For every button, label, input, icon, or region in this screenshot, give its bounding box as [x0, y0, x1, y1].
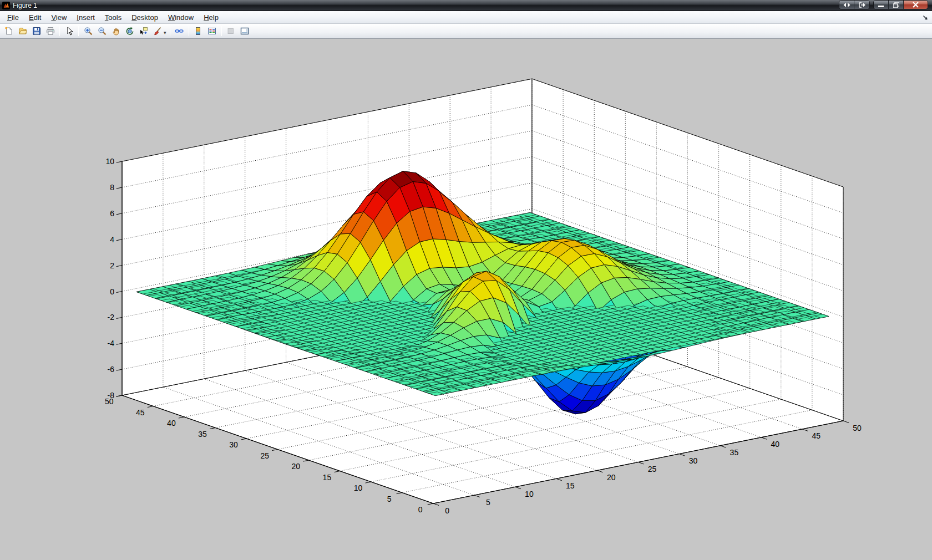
brush-data-control: ▾ — [150, 25, 168, 38]
svg-text:40: 40 — [167, 419, 176, 427]
close-icon — [913, 2, 919, 8]
menu-bar: FileEditViewInsertToolsDesktopWindowHelp — [0, 11, 932, 24]
svg-text:35: 35 — [730, 448, 739, 457]
save-icon — [32, 27, 41, 35]
show-plot-tools-button[interactable] — [239, 25, 251, 38]
axes-3d-plot[interactable]: 1086420-2-4-6-85045403530252015105005101… — [0, 39, 932, 560]
svg-text:2: 2 — [110, 261, 114, 270]
svg-text:20: 20 — [292, 462, 301, 471]
svg-text:0: 0 — [445, 506, 449, 515]
svg-text:10: 10 — [354, 483, 363, 492]
svg-text:40: 40 — [771, 440, 780, 449]
svg-text:50: 50 — [853, 424, 862, 432]
close-button[interactable] — [904, 1, 928, 9]
rotate-3d-button[interactable] — [123, 25, 136, 38]
legend-icon — [207, 27, 216, 35]
svg-text:10: 10 — [525, 490, 534, 498]
svg-text:45: 45 — [136, 408, 145, 417]
svg-text:25: 25 — [648, 465, 657, 474]
pan-button[interactable] — [109, 25, 122, 38]
figure-window: Figure 1 — [0, 0, 932, 560]
svg-text:35: 35 — [198, 430, 207, 439]
minimize-icon — [878, 2, 884, 7]
dock-figure-icon[interactable] — [922, 13, 929, 23]
brush-icon — [153, 27, 162, 35]
brush-data-button[interactable] — [151, 25, 164, 38]
open-folder-icon — [18, 27, 27, 35]
zoom-in-icon — [84, 27, 93, 35]
svg-text:30: 30 — [229, 440, 238, 449]
undock-button[interactable] — [854, 1, 869, 9]
figure-canvas-area: 1086420-2-4-6-85045403530252015105005101… — [0, 39, 932, 560]
svg-text:20: 20 — [607, 473, 616, 482]
hide-plot-tools-icon — [226, 27, 235, 35]
svg-text:0: 0 — [110, 287, 114, 296]
show-plot-tools-icon — [240, 27, 249, 35]
menu-file[interactable]: File — [2, 12, 24, 23]
svg-text:-4: -4 — [108, 339, 115, 348]
svg-text:6: 6 — [110, 209, 114, 218]
svg-text:25: 25 — [260, 451, 269, 460]
window-title: Figure 1 — [13, 2, 37, 9]
minimize-button[interactable] — [874, 1, 889, 9]
print-figure-button[interactable] — [44, 25, 57, 38]
svg-text:0: 0 — [418, 505, 423, 514]
new-figure-icon — [4, 27, 13, 35]
link-plot-button[interactable] — [173, 25, 186, 38]
new-figure-button[interactable] — [2, 25, 15, 38]
print-icon — [46, 27, 55, 35]
menu-desktop[interactable]: Desktop — [126, 12, 163, 23]
svg-text:45: 45 — [812, 431, 820, 440]
svg-text:-6: -6 — [108, 365, 115, 374]
menu-window[interactable]: Window — [163, 12, 199, 23]
toolbar-separator — [189, 26, 189, 36]
cursor-arrow-icon — [65, 27, 74, 35]
undock-icon — [859, 2, 865, 8]
menu-edit[interactable]: Edit — [24, 12, 46, 23]
svg-text:5: 5 — [486, 498, 490, 507]
restore-icon — [893, 2, 899, 8]
svg-text:8: 8 — [110, 183, 114, 192]
save-figure-button[interactable] — [30, 25, 43, 38]
svg-text:30: 30 — [689, 456, 698, 465]
hide-plot-tools-button[interactable] — [225, 25, 237, 38]
toolbar-separator — [59, 26, 60, 36]
edit-plot-button[interactable] — [63, 25, 75, 38]
toolbar-separator — [78, 26, 79, 36]
title-bar[interactable]: Figure 1 — [0, 0, 932, 11]
menu-view[interactable]: View — [46, 12, 72, 23]
colorbar-icon — [194, 27, 202, 35]
svg-text:15: 15 — [323, 473, 332, 482]
figure-toolbar: ▾ — [0, 24, 932, 39]
toolbar-separator — [221, 26, 222, 36]
menu-tools[interactable]: Tools — [100, 12, 126, 23]
menu-insert[interactable]: Insert — [72, 12, 100, 23]
toolbar-separator — [170, 26, 170, 36]
data-cursor-button[interactable] — [137, 25, 150, 38]
svg-text:50: 50 — [105, 397, 114, 406]
hand-icon — [112, 27, 120, 35]
zoom-out-icon — [98, 27, 107, 35]
link-icon — [175, 27, 184, 35]
insert-legend-button[interactable] — [206, 25, 219, 38]
matlab-logo-icon — [2, 2, 10, 9]
menu-items: FileEditViewInsertToolsDesktopWindowHelp — [2, 12, 224, 23]
zoom-in-button[interactable] — [82, 25, 94, 38]
data-cursor-icon — [139, 27, 148, 35]
menu-help[interactable]: Help — [199, 12, 224, 23]
svg-text:5: 5 — [387, 495, 392, 503]
prev-next-button[interactable] — [839, 1, 854, 9]
rotate-3d-icon — [125, 27, 134, 35]
svg-text:-2: -2 — [108, 313, 115, 322]
insert-colorbar-button[interactable] — [192, 25, 205, 38]
svg-text:10: 10 — [105, 157, 114, 166]
restore-button[interactable] — [889, 1, 904, 9]
zoom-out-button[interactable] — [95, 25, 108, 38]
prev-next-icon — [843, 3, 850, 7]
brush-dropdown-caret[interactable]: ▾ — [164, 30, 166, 35]
svg-text:15: 15 — [566, 481, 575, 490]
open-file-button[interactable] — [16, 25, 29, 38]
svg-text:4: 4 — [110, 235, 114, 244]
